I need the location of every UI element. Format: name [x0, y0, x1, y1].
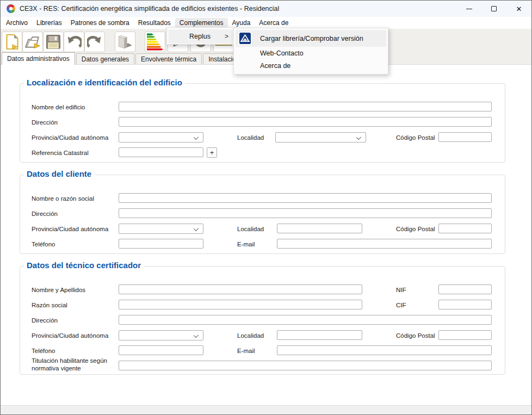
cliente-codigo-postal-input[interactable] — [438, 224, 492, 233]
tecnico-cif-label: CIF — [396, 302, 406, 308]
tab-datos-administrativos[interactable]: Datos administrativos — [2, 52, 75, 65]
tecnico-nif-input[interactable] — [438, 284, 492, 294]
cliente-telefono-input[interactable] — [119, 239, 203, 249]
web-contacto-label: Web-Contacto — [260, 49, 304, 57]
tecnico-razon-social-input[interactable] — [119, 300, 362, 309]
tecnico-telefono-input[interactable] — [119, 345, 203, 355]
cargar-libreria-label: Cargar librería/Comprobar versión — [260, 35, 363, 42]
provincia-edificio-label: Provincia/Ciudad autónoma — [32, 134, 108, 141]
localidad-edificio-select[interactable] — [275, 132, 366, 143]
cliente-provincia-label: Provincia/Ciudad autónoma — [32, 226, 108, 232]
replus-logo-icon — [238, 32, 251, 45]
tecnico-nombre-label: Nombre y Apellidos — [32, 287, 85, 293]
tecnico-provincia-select[interactable] — [119, 330, 203, 340]
tab-envolvente-termica[interactable]: Envolvente térmica — [135, 53, 202, 64]
localizacion-title: Localización e identificación del edific… — [24, 78, 185, 87]
cliente-codigo-postal-label: Código Postal — [396, 226, 435, 232]
cliente-telefono-label: Teléfono — [32, 241, 55, 247]
direccion-edificio-label: Dirección — [32, 119, 58, 126]
tecnico-title: Datos del técnico certificador — [24, 261, 144, 270]
undo-button[interactable] — [64, 32, 84, 52]
tecnico-provincia-label: Provincia/Ciudad autónoma — [32, 332, 108, 339]
redo-icon — [87, 35, 102, 49]
nombre-edificio-input[interactable] — [119, 102, 492, 112]
building-3d-icon — [117, 34, 133, 50]
tecnico-direccion-label: Dirección — [32, 317, 58, 324]
cliente-direccion-input[interactable] — [119, 208, 492, 218]
complementos-dropdown: Replus > — [166, 27, 235, 45]
minimize-icon — [466, 9, 472, 9]
cliente-nombre-label: Nombre o razón social — [32, 195, 94, 202]
cliente-localidad-input[interactable] — [277, 224, 362, 233]
chevron-down-icon — [194, 226, 199, 231]
chevron-down-icon — [356, 135, 361, 140]
tecnico-direccion-input[interactable] — [119, 315, 492, 325]
menu-item-web-contacto[interactable]: Web-Contacto — [236, 47, 386, 59]
tecnico-nombre-input[interactable] — [119, 284, 362, 294]
menu-item-cargar-libreria[interactable]: Cargar librería/Comprobar versión — [236, 30, 386, 47]
menu-item-acerca-de-replus[interactable]: Acerca de — [236, 59, 386, 72]
menu-complementos[interactable]: Complementos — [175, 18, 228, 28]
provincia-edificio-select[interactable] — [119, 132, 203, 143]
menu-item-replus[interactable]: Replus > — [169, 29, 233, 44]
referencia-catastral-input[interactable] — [119, 147, 203, 157]
app-logo-icon — [7, 4, 15, 13]
referencia-catastral-label: Referencia Catastral — [32, 150, 89, 156]
tecnico-email-input[interactable] — [277, 345, 492, 355]
add-referencia-button[interactable]: + — [207, 147, 217, 158]
close-icon: ✕ — [516, 5, 522, 13]
codigo-postal-edificio-input[interactable] — [438, 132, 492, 142]
building-3d-button[interactable] — [115, 32, 135, 52]
tecnico-localidad-label: Localidad — [237, 332, 264, 339]
menu-acerca-de[interactable]: Acerca de — [255, 18, 293, 28]
cliente-nombre-input[interactable] — [119, 193, 492, 203]
window-controls: ✕ — [456, 1, 531, 17]
tecnico-codigo-postal-input[interactable] — [438, 330, 492, 340]
save-button[interactable] — [43, 32, 64, 52]
status-bar — [1, 405, 531, 414]
undo-icon — [66, 35, 82, 49]
window-title: CE3X - RES: Certificación energética sim… — [20, 5, 279, 13]
cliente-provincia-select[interactable] — [119, 224, 203, 234]
menu-patrones-de-sombra[interactable]: Patrones de sombra — [66, 18, 134, 28]
menu-resultados[interactable]: Resultados — [134, 18, 175, 28]
cliente-direccion-label: Dirección — [32, 210, 58, 217]
new-document-icon — [5, 34, 20, 50]
menu-librerias[interactable]: Librerías — [32, 18, 66, 28]
cliente-email-label: E-mail — [237, 241, 255, 247]
cliente-email-input[interactable] — [277, 239, 492, 249]
tecnico-localidad-input[interactable] — [277, 330, 362, 340]
chevron-down-icon — [194, 135, 199, 140]
tecnico-titulacion-input[interactable] — [119, 361, 492, 370]
maximize-button[interactable] — [481, 1, 506, 17]
tecnico-email-label: E-mail — [237, 348, 255, 354]
redo-button[interactable] — [84, 32, 105, 52]
nombre-edificio-label: Nombre del edificio — [32, 104, 85, 110]
save-icon — [46, 34, 61, 49]
menu-archivo[interactable]: Archivo — [2, 18, 32, 28]
chevron-down-icon — [194, 333, 199, 338]
tecnico-codigo-postal-label: Código Postal — [396, 332, 435, 339]
open-folder-icon — [24, 35, 41, 49]
energy-label-icon — [147, 33, 164, 50]
open-file-button[interactable] — [22, 32, 43, 52]
close-button[interactable]: ✕ — [506, 1, 531, 17]
acerca-de-label: Acerca de — [260, 62, 290, 70]
submenu-arrow-icon: > — [225, 33, 228, 40]
direccion-edificio-input[interactable] — [119, 117, 492, 127]
tecnico-nif-label: NIF — [396, 287, 406, 293]
cliente-title: Datos del cliente — [24, 169, 94, 178]
codigo-postal-edificio-label: Código Postal — [396, 134, 435, 141]
menubar: Archivo Librerías Patrones de sombra Res… — [1, 17, 531, 29]
cliente-localidad-label: Localidad — [237, 226, 264, 232]
new-file-button[interactable] — [2, 32, 22, 52]
tab-datos-generales[interactable]: Datos generales — [76, 53, 134, 64]
tecnico-cif-input[interactable] — [438, 300, 492, 309]
localidad-edificio-label: Localidad — [237, 134, 264, 141]
replus-submenu: Cargar librería/Comprobar versión Web-Co… — [233, 28, 388, 75]
minimize-button[interactable] — [456, 1, 481, 17]
app-window: CE3X - RES: Certificación energética sim… — [0, 0, 532, 415]
energy-label-button[interactable] — [145, 32, 165, 52]
tecnico-telefono-label: Teléfono — [32, 348, 55, 354]
menu-ayuda[interactable]: Ayuda — [228, 18, 255, 28]
